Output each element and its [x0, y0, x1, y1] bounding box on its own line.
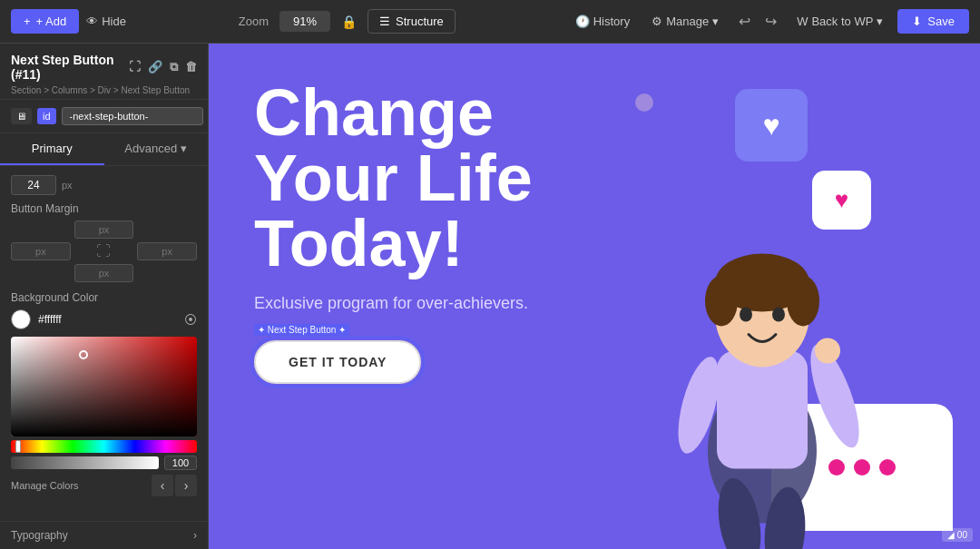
selector-row: 🖥 id state — [0, 100, 208, 133]
hue-bar[interactable] — [11, 440, 197, 453]
margin-grid: ⛶ — [11, 221, 197, 282]
margin-right-cell — [137, 242, 197, 260]
hide-button[interactable]: 👁 Hide — [86, 15, 126, 28]
svg-point-14 — [815, 338, 840, 364]
top-bar-left: + + Add 👁 Hide — [11, 9, 126, 34]
button-margin-label: Button Margin — [11, 202, 197, 215]
canvas-content: Change Your Life Today! Exclusive progra… — [209, 44, 980, 549]
save-label: Save — [927, 15, 955, 28]
structure-label: Structure — [396, 15, 444, 28]
chat-dot-1 — [828, 459, 845, 475]
manage-icon: ⚙ — [652, 15, 662, 28]
float-chat — [771, 404, 953, 531]
duplicate-icon[interactable]: ⧉ — [170, 60, 178, 74]
hierarchy-icon[interactable]: ⛶ — [129, 60, 141, 74]
element-icons: ⛶ 🔗 ⧉ 🗑 — [129, 60, 197, 74]
tab-row: Primary Advanced ▾ — [0, 133, 208, 166]
subheadline-text: Exclusive program for over-achievers. — [254, 294, 935, 313]
plus-icon: + — [24, 15, 31, 28]
bg-color-label: Background Color — [11, 291, 197, 304]
cta-button[interactable]: GET IT TODAY — [254, 340, 421, 384]
canvas-frame: Change Your Life Today! Exclusive progra… — [209, 44, 980, 549]
save-icon: ⬇ — [912, 15, 922, 28]
svg-point-8 — [715, 262, 809, 368]
button-label-tag: ✦ Next Step Button ✦ — [254, 324, 349, 336]
color-section: Background Color ⦿ — [11, 291, 197, 496]
zoom-input[interactable] — [279, 11, 330, 32]
chevron-down-icon-wp: ▾ — [877, 15, 883, 28]
undo-button[interactable]: ↩ — [733, 11, 756, 32]
margin-top-input[interactable] — [74, 221, 134, 239]
canvas-area: Change Your Life Today! Exclusive progra… — [209, 44, 980, 549]
margin-right-input[interactable] — [137, 242, 197, 260]
float-heart1: ♥ — [735, 89, 808, 162]
typography-label: Typography — [11, 529, 68, 542]
manage-colors-row: Manage Colors ‹ › — [11, 475, 197, 496]
chevron-down-icon: ▾ — [712, 15, 719, 28]
padding-unit: px — [62, 180, 73, 191]
hue-gradient — [11, 440, 197, 453]
history-label: History — [593, 15, 630, 28]
float-heart2: ♥ — [812, 171, 871, 230]
eye-icon: 👁 — [86, 15, 98, 28]
chat-dot-2 — [854, 459, 870, 475]
manage-colors-button[interactable]: Manage Colors — [11, 480, 79, 491]
back-to-wp-button[interactable]: W Back to WP ▾ — [789, 11, 890, 32]
manage-button[interactable]: ⚙ Manage ▾ — [644, 11, 726, 32]
undo-redo-group: ↩ ↪ — [733, 11, 782, 32]
opacity-bar-container — [11, 456, 197, 469]
advanced-chevron-icon: ▾ — [181, 142, 187, 155]
back-wp-label: Back to WP — [811, 15, 873, 28]
nav-left-button[interactable]: ‹ — [152, 475, 173, 496]
opacity-bar[interactable] — [11, 456, 159, 469]
top-bar-center: Zoom 🔒 ☰ Structure — [239, 9, 456, 34]
lock-icon: 🔒 — [341, 15, 357, 29]
structure-button[interactable]: ☰ Structure — [368, 9, 456, 34]
headline-text: Change Your Life Today! — [254, 80, 617, 276]
wp-icon: W — [797, 15, 808, 28]
save-button[interactable]: ⬇ Save — [897, 9, 969, 34]
margin-left-input[interactable] — [11, 242, 71, 260]
circle-accent — [635, 93, 653, 112]
chat-dot-3 — [879, 459, 896, 475]
tab-primary[interactable]: Primary — [0, 133, 104, 165]
link-icon[interactable]: 🔗 — [148, 60, 162, 74]
device-selector[interactable]: 🖥 — [11, 108, 32, 124]
class-input[interactable] — [62, 107, 203, 125]
advanced-label: Advanced — [124, 142, 177, 155]
zoom-label: Zoom — [239, 15, 269, 28]
manage-label: Manage — [666, 15, 709, 28]
hide-label: Hide — [102, 15, 126, 28]
history-button[interactable]: 🕐 History — [568, 11, 637, 32]
structure-icon: ☰ — [379, 15, 390, 28]
top-bar: + + Add 👁 Hide Zoom 🔒 ☰ Structure 🕐 Hist… — [0, 0, 980, 44]
margin-top-cell — [74, 221, 134, 239]
nav-right-button[interactable]: › — [175, 475, 197, 496]
left-panel: Next Step Button (#11) ⛶ 🔗 ⧉ 🗑 Section >… — [0, 44, 209, 549]
padding-row: px — [11, 175, 197, 195]
button-wrapper: ✦ Next Step Button ✦ GET IT TODAY — [254, 340, 421, 384]
opacity-input[interactable] — [164, 456, 197, 470]
color-cursor — [79, 350, 88, 359]
panel-content: px Button Margin ⛶ — [0, 166, 208, 521]
color-row: ⦿ — [11, 309, 197, 329]
pipette-icon[interactable]: ⦿ — [184, 312, 197, 327]
typography-section[interactable]: Typography › — [0, 521, 208, 549]
element-header: Next Step Button (#11) ⛶ 🔗 ⧉ 🗑 Section >… — [0, 44, 208, 100]
color-picker-area[interactable] — [11, 337, 197, 436]
element-title-row: Next Step Button (#11) ⛶ 🔗 ⧉ 🗑 — [11, 53, 197, 82]
redo-button[interactable]: ↪ — [760, 11, 782, 32]
hue-thumb — [15, 440, 21, 453]
element-title-text: Next Step Button (#11) — [11, 53, 129, 82]
tab-advanced[interactable]: Advanced ▾ — [104, 133, 209, 165]
add-button[interactable]: + + Add — [11, 9, 79, 34]
nav-arrows: ‹ › — [152, 475, 197, 496]
color-hex-input[interactable] — [38, 313, 111, 326]
id-selector[interactable]: id — [37, 108, 56, 124]
color-swatch[interactable] — [11, 309, 31, 329]
breadcrumb: Section > Columns > Div > Next Step Butt… — [11, 85, 197, 95]
margin-bottom-input[interactable] — [74, 264, 134, 282]
padding-input[interactable] — [11, 175, 56, 195]
delete-icon[interactable]: 🗑 — [185, 60, 197, 74]
margin-left-cell — [11, 242, 71, 260]
